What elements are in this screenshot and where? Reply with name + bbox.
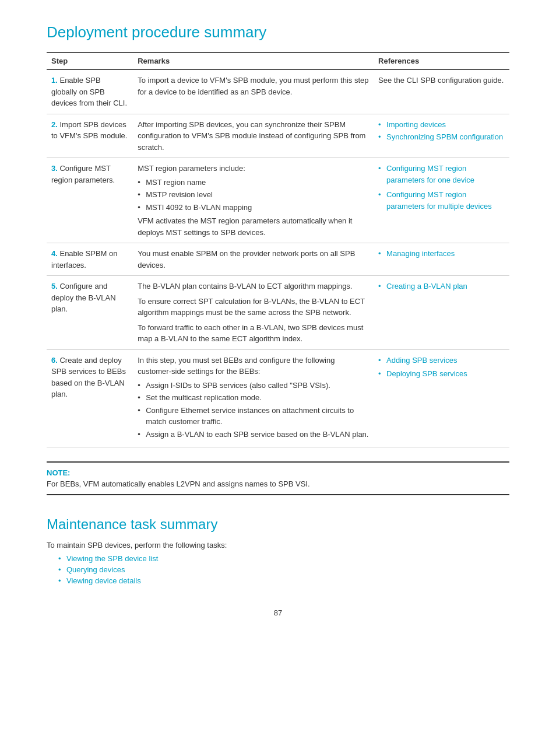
ref-list-3: Configuring MST region parameters for on… xyxy=(378,163,505,212)
step-num-6: 6. xyxy=(51,356,58,365)
deployment-title: Deployment procedure summary xyxy=(47,23,509,41)
ref-list-5: Creating a B-VLAN plan xyxy=(378,281,505,292)
step-num-2: 2. xyxy=(51,120,58,129)
step-num-5: 5. xyxy=(51,282,58,290)
step-text-3: Configure MST region parameters. xyxy=(51,164,115,184)
maintenance-intro: To maintain SPB devices, perform the fol… xyxy=(47,541,509,550)
ref-link-bvlan-plan[interactable]: Creating a B-VLAN plan xyxy=(386,282,467,290)
references-3: Configuring MST region parameters for on… xyxy=(374,158,509,243)
list-item: MSTI 4092 to B-VLAN mapping xyxy=(138,202,369,214)
ref-link-synchronizing-spbm[interactable]: Synchronizing SPBM configuration xyxy=(386,132,503,141)
table-row: 2. Import SPB devices to VFM's SPB modul… xyxy=(47,114,509,158)
table-row: 4. Enable SPBM on interfaces. You must e… xyxy=(47,243,509,276)
remarks-3-intro: MST region parameters include: xyxy=(138,164,245,173)
remarks-5-p1: The B-VLAN plan contains B-VLAN to ECT a… xyxy=(138,281,369,292)
ref-link-adding-spb[interactable]: Adding SPB services xyxy=(386,356,457,365)
table-row: 5. Configure and deploy the B-VLAN plan.… xyxy=(47,276,509,350)
ref-list-2: Importing devices Synchronizing SPBM con… xyxy=(378,119,505,143)
list-item: Viewing device details xyxy=(58,576,509,585)
remarks-2: After importing SPB devices, you can syn… xyxy=(133,114,374,158)
step-num-1: 1. xyxy=(51,76,58,85)
col-header-step: Step xyxy=(47,52,133,69)
table-row: 6. Create and deploy SPB services to BEB… xyxy=(47,349,509,447)
references-2: Importing devices Synchronizing SPBM con… xyxy=(374,114,509,158)
step-text-5: Configure and deploy the B-VLAN plan. xyxy=(51,282,116,313)
note-label: NOTE: xyxy=(47,468,509,477)
remarks-5-p3: To forward traffic to each other in a B-… xyxy=(138,322,369,345)
page-number: 87 xyxy=(47,608,509,617)
ref-list-4: Managing interfaces xyxy=(378,248,505,260)
step-num-3: 3. xyxy=(51,164,58,173)
step-text-2: Import SPB devices to VFM's SPB module. xyxy=(51,120,127,141)
step-text-4: Enable SPBM on interfaces. xyxy=(51,249,117,270)
list-item: MST region name xyxy=(138,177,369,188)
deployment-table: Step Remarks References 1. Enable SPB gl… xyxy=(47,52,509,447)
note-box: NOTE: For BEBs, VFM automatically enable… xyxy=(47,461,509,495)
list-item: Assign a B-VLAN to each SPB service base… xyxy=(138,429,369,440)
remarks-3-outro: VFM activates the MST region parameters … xyxy=(138,216,352,237)
maintenance-list: Viewing the SPB device list Querying dev… xyxy=(58,554,509,585)
references-1: See the CLI SPB configuration guide. xyxy=(374,69,509,114)
remarks-3: MST region parameters include: MST regio… xyxy=(133,158,374,243)
references-6: Adding SPB services Deploying SPB servic… xyxy=(374,349,509,447)
ref-list-6: Adding SPB services Deploying SPB servic… xyxy=(378,355,505,380)
remarks-5-p2: To ensure correct SPT calculation for B-… xyxy=(138,296,369,318)
references-5: Creating a B-VLAN plan xyxy=(374,276,509,350)
step-text-1: Enable SPB globally on SPB devices from … xyxy=(51,76,127,107)
col-header-references: References xyxy=(374,52,509,69)
ref-link-managing-interfaces[interactable]: Managing interfaces xyxy=(386,249,455,258)
list-item: Set the multicast replication mode. xyxy=(138,392,369,404)
remarks-4: You must enable SPBM on the provider net… xyxy=(133,243,374,276)
table-row: 1. Enable SPB globally on SPB devices fr… xyxy=(47,69,509,114)
link-spb-device-list[interactable]: Viewing the SPB device list xyxy=(66,554,158,563)
ref-link-mst-one[interactable]: Configuring MST region parameters for on… xyxy=(386,164,474,184)
remarks-6: In this step, you must set BEBs and conf… xyxy=(133,349,374,447)
remarks-1: To import a device to VFM's SPB module, … xyxy=(133,69,374,114)
remarks-6-intro: In this step, you must set BEBs and conf… xyxy=(138,356,335,376)
list-item: Assign I-SIDs to SPB services (also call… xyxy=(138,380,369,391)
link-viewing-device-details[interactable]: Viewing device details xyxy=(66,576,141,585)
col-header-remarks: Remarks xyxy=(133,52,374,69)
ref-link-importing-devices[interactable]: Importing devices xyxy=(386,120,446,129)
ref-plain-1: See the CLI SPB configuration guide. xyxy=(378,76,504,85)
list-item: Configure Ethernet service instances on … xyxy=(138,405,369,428)
list-item: Querying devices xyxy=(58,565,509,574)
remarks-5: The B-VLAN plan contains B-VLAN to ECT a… xyxy=(133,276,374,350)
link-querying-devices[interactable]: Querying devices xyxy=(66,565,125,574)
maintenance-title: Maintenance task summary xyxy=(47,516,509,533)
remarks-6-list: Assign I-SIDs to SPB services (also call… xyxy=(138,380,369,440)
remarks-3-list: MST region name MSTP revision level MSTI… xyxy=(138,177,369,214)
note-text: For BEBs, VFM automatically enables L2VP… xyxy=(47,480,509,488)
list-item: Viewing the SPB device list xyxy=(58,554,509,563)
ref-link-mst-multiple[interactable]: Configuring MST region parameters for mu… xyxy=(386,190,492,211)
step-text-6: Create and deploy SPB services to BEBs b… xyxy=(51,356,126,399)
table-row: 3. Configure MST region parameters. MST … xyxy=(47,158,509,243)
references-4: Managing interfaces xyxy=(374,243,509,276)
ref-link-deploying-spb[interactable]: Deploying SPB services xyxy=(386,369,467,378)
maintenance-section: To maintain SPB devices, perform the fol… xyxy=(47,541,509,585)
step-num-4: 4. xyxy=(51,249,58,258)
list-item: MSTP revision level xyxy=(138,189,369,201)
